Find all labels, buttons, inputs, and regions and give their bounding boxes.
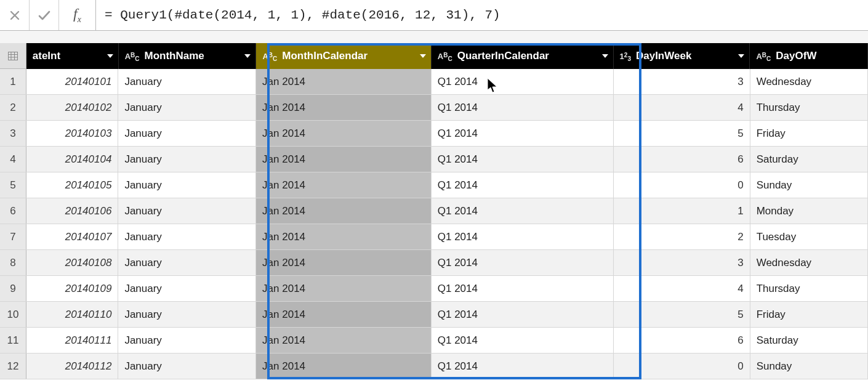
cell[interactable]: Sunday <box>750 172 868 198</box>
cell[interactable]: Friday <box>750 121 868 146</box>
cell[interactable]: Q1 2014 <box>432 121 614 146</box>
cell[interactable]: January <box>118 121 256 146</box>
cell[interactable]: Wednesday <box>750 69 868 94</box>
cell[interactable]: 20140111 <box>26 328 118 353</box>
cell[interactable]: 5 <box>614 302 750 327</box>
row-number[interactable]: 8 <box>0 250 26 275</box>
row-number[interactable]: 4 <box>0 147 26 172</box>
cell[interactable]: Jan 2014 <box>256 198 432 224</box>
cell[interactable]: Sunday <box>750 354 868 379</box>
cell[interactable]: Jan 2014 <box>256 224 432 249</box>
row-number[interactable]: 6 <box>0 198 26 224</box>
formula-input[interactable] <box>96 0 868 30</box>
cell[interactable]: Jan 2014 <box>256 95 432 120</box>
cell[interactable]: January <box>118 95 256 120</box>
cell[interactable]: 20140112 <box>26 354 118 379</box>
cell[interactable]: Friday <box>750 302 868 327</box>
row-number[interactable]: 3 <box>0 121 26 146</box>
cell[interactable]: Thursday <box>750 276 868 301</box>
cell[interactable]: 0 <box>614 354 750 379</box>
column-header-quarterincalendar[interactable]: ABC QuarterInCalendar <box>432 43 614 69</box>
fx-button[interactable]: fx <box>59 0 96 30</box>
cell[interactable]: 20140108 <box>26 250 118 275</box>
cell[interactable]: 6 <box>614 147 750 172</box>
cell[interactable]: January <box>118 302 256 327</box>
cancel-button[interactable] <box>0 0 30 30</box>
cell[interactable]: 2 <box>614 224 750 249</box>
row-number[interactable]: 7 <box>0 224 26 249</box>
cell[interactable]: Jan 2014 <box>256 250 432 275</box>
cell[interactable]: 3 <box>614 250 750 275</box>
cell[interactable]: 1 <box>614 198 750 224</box>
cell[interactable]: Q1 2014 <box>432 172 614 198</box>
column-header-monthincalendar[interactable]: ABC MonthInCalendar <box>256 43 431 69</box>
cell[interactable]: Q1 2014 <box>432 328 614 353</box>
cell[interactable]: Q1 2014 <box>432 302 614 327</box>
cell[interactable]: Jan 2014 <box>256 121 432 146</box>
cell[interactable]: 0 <box>614 172 750 198</box>
filter-icon[interactable] <box>600 51 611 62</box>
cell[interactable]: Q1 2014 <box>432 69 614 94</box>
row-number[interactable]: 1 <box>0 69 26 94</box>
cell[interactable]: 4 <box>614 95 750 120</box>
filter-icon[interactable] <box>736 51 747 62</box>
cell[interactable]: 20140110 <box>26 302 118 327</box>
cell[interactable]: 20140103 <box>26 121 118 146</box>
cell[interactable]: January <box>118 147 256 172</box>
cell[interactable]: Jan 2014 <box>256 147 432 172</box>
row-number[interactable]: 12 <box>0 354 26 379</box>
cell[interactable]: Q1 2014 <box>432 95 614 120</box>
cell[interactable]: Tuesday <box>750 224 868 249</box>
cell[interactable]: Q1 2014 <box>432 276 614 301</box>
cell[interactable]: Wednesday <box>750 250 868 275</box>
cell[interactable]: January <box>118 69 256 94</box>
cell[interactable]: Saturday <box>750 147 868 172</box>
cell[interactable]: Saturday <box>750 328 868 353</box>
cell[interactable]: January <box>118 224 256 249</box>
row-number[interactable]: 9 <box>0 276 26 301</box>
column-header-ateint[interactable]: ateInt <box>26 43 119 69</box>
cell[interactable]: Jan 2014 <box>256 69 432 94</box>
cell[interactable]: Q1 2014 <box>432 250 614 275</box>
cell[interactable]: 20140102 <box>26 95 118 120</box>
column-header-dayinweek[interactable]: 123 DayInWeek <box>614 43 750 69</box>
cell[interactable]: January <box>118 198 256 224</box>
row-number[interactable]: 2 <box>0 95 26 120</box>
row-number[interactable]: 11 <box>0 328 26 353</box>
column-header-monthname[interactable]: ABC MonthName <box>119 43 257 69</box>
cell[interactable]: Jan 2014 <box>256 328 432 353</box>
cell[interactable]: 5 <box>614 121 750 146</box>
cell[interactable]: Jan 2014 <box>256 302 432 327</box>
cell[interactable]: 20140105 <box>26 172 118 198</box>
cell[interactable]: January <box>118 276 256 301</box>
cell[interactable]: Q1 2014 <box>432 224 614 249</box>
filter-icon[interactable] <box>105 51 116 62</box>
cell[interactable]: 20140109 <box>26 276 118 301</box>
cell[interactable]: 20140104 <box>26 147 118 172</box>
row-number[interactable]: 5 <box>0 172 26 198</box>
cell[interactable]: 3 <box>614 69 750 94</box>
cell[interactable]: Monday <box>750 198 868 224</box>
cell[interactable]: Thursday <box>750 95 868 120</box>
cell[interactable]: 20140101 <box>26 69 118 94</box>
cell[interactable]: Jan 2014 <box>256 172 432 198</box>
cell[interactable]: Jan 2014 <box>256 354 432 379</box>
cell[interactable]: 20140107 <box>26 224 118 249</box>
cell[interactable]: 20140106 <box>26 198 118 224</box>
cell[interactable]: Q1 2014 <box>432 354 614 379</box>
row-number[interactable]: 10 <box>0 302 26 327</box>
cell[interactable]: January <box>118 172 256 198</box>
cell[interactable]: January <box>118 250 256 275</box>
filter-icon[interactable] <box>417 51 428 62</box>
cell[interactable]: Q1 2014 <box>432 198 614 224</box>
column-header-dayofw[interactable]: ABC DayOfW <box>750 43 868 69</box>
select-all-corner[interactable] <box>0 43 26 69</box>
cell[interactable]: January <box>118 354 256 379</box>
cell[interactable]: 4 <box>614 276 750 301</box>
cell[interactable]: Q1 2014 <box>432 147 614 172</box>
cell[interactable]: January <box>118 328 256 353</box>
filter-icon[interactable] <box>242 51 253 62</box>
cell[interactable]: 6 <box>614 328 750 353</box>
confirm-button[interactable] <box>30 0 59 30</box>
cell[interactable]: Jan 2014 <box>256 276 432 301</box>
